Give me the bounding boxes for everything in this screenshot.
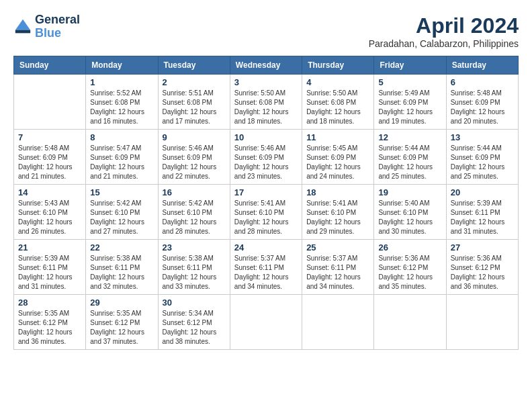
day-header-monday: Monday — [86, 56, 158, 75]
calendar-cell: 11Sunrise: 5:45 AMSunset: 6:09 PMDayligh… — [302, 130, 374, 185]
day-info: Sunrise: 5:44 AMSunset: 6:09 PMDaylight:… — [378, 144, 441, 181]
logo-line1: General — [35, 13, 80, 27]
calendar-cell: 3Sunrise: 5:50 AMSunset: 6:08 PMDaylight… — [230, 75, 302, 130]
calendar-cell: 21Sunrise: 5:39 AMSunset: 6:11 PMDayligh… — [14, 240, 86, 295]
day-header-saturday: Saturday — [446, 56, 518, 75]
calendar-table: SundayMondayTuesdayWednesdayThursdayFrid… — [13, 56, 519, 350]
day-info: Sunrise: 5:41 AMSunset: 6:10 PMDaylight:… — [234, 199, 298, 236]
calendar-cell: 2Sunrise: 5:51 AMSunset: 6:08 PMDaylight… — [158, 75, 230, 130]
day-number: 30 — [163, 298, 226, 308]
day-info: Sunrise: 5:48 AMSunset: 6:09 PMDaylight:… — [451, 89, 514, 126]
svg-rect-1 — [15, 30, 30, 33]
calendar-cell: 18Sunrise: 5:41 AMSunset: 6:10 PMDayligh… — [302, 185, 374, 240]
calendar-week-row: 14Sunrise: 5:43 AMSunset: 6:10 PMDayligh… — [14, 185, 519, 240]
day-info: Sunrise: 5:50 AMSunset: 6:08 PMDaylight:… — [306, 89, 369, 126]
day-info: Sunrise: 5:47 AMSunset: 6:09 PMDaylight:… — [90, 144, 153, 181]
day-number: 5 — [378, 77, 441, 87]
calendar-cell: 5Sunrise: 5:49 AMSunset: 6:09 PMDaylight… — [374, 75, 446, 130]
day-number: 8 — [90, 132, 153, 142]
day-info: Sunrise: 5:39 AMSunset: 6:11 PMDaylight:… — [18, 254, 81, 291]
day-number: 13 — [451, 132, 514, 142]
calendar-cell: 28Sunrise: 5:35 AMSunset: 6:12 PMDayligh… — [14, 295, 86, 350]
day-number: 22 — [90, 242, 153, 253]
page-header: General Blue April 2024 Paradahan, Calab… — [13, 13, 519, 49]
day-info: Sunrise: 5:46 AMSunset: 6:09 PMDaylight:… — [234, 144, 298, 181]
day-number: 24 — [234, 242, 298, 253]
day-info: Sunrise: 5:38 AMSunset: 6:11 PMDaylight:… — [90, 254, 153, 291]
day-info: Sunrise: 5:43 AMSunset: 6:10 PMDaylight:… — [18, 199, 81, 236]
day-number: 16 — [163, 187, 226, 197]
calendar-cell: 29Sunrise: 5:35 AMSunset: 6:12 PMDayligh… — [86, 295, 158, 350]
calendar-cell: 24Sunrise: 5:37 AMSunset: 6:11 PMDayligh… — [230, 240, 302, 295]
day-info: Sunrise: 5:39 AMSunset: 6:11 PMDaylight:… — [451, 199, 514, 236]
calendar-cell: 16Sunrise: 5:42 AMSunset: 6:10 PMDayligh… — [158, 185, 230, 240]
logo-text: General Blue — [35, 13, 80, 40]
calendar-cell: 19Sunrise: 5:40 AMSunset: 6:10 PMDayligh… — [374, 185, 446, 240]
day-number: 18 — [306, 187, 369, 197]
calendar-week-row: 1Sunrise: 5:52 AMSunset: 6:08 PMDaylight… — [14, 75, 519, 130]
day-number: 12 — [378, 132, 441, 142]
day-info: Sunrise: 5:45 AMSunset: 6:09 PMDaylight:… — [306, 144, 369, 181]
calendar-cell: 17Sunrise: 5:41 AMSunset: 6:10 PMDayligh… — [230, 185, 302, 240]
location-subtitle: Paradahan, Calabarzon, Philippines — [369, 38, 519, 49]
day-number: 26 — [378, 242, 441, 253]
calendar-cell — [446, 295, 518, 350]
calendar-cell: 15Sunrise: 5:42 AMSunset: 6:10 PMDayligh… — [86, 185, 158, 240]
day-number: 17 — [234, 187, 298, 197]
day-info: Sunrise: 5:50 AMSunset: 6:08 PMDaylight:… — [234, 89, 298, 126]
calendar-cell: 13Sunrise: 5:44 AMSunset: 6:09 PMDayligh… — [446, 130, 518, 185]
day-number: 4 — [306, 77, 369, 87]
logo: General Blue — [13, 13, 80, 40]
day-number: 23 — [163, 242, 226, 253]
month-title: April 2024 — [369, 13, 519, 38]
calendar-cell: 7Sunrise: 5:48 AMSunset: 6:09 PMDaylight… — [14, 130, 86, 185]
day-info: Sunrise: 5:49 AMSunset: 6:09 PMDaylight:… — [378, 89, 441, 126]
day-number: 2 — [163, 77, 226, 87]
logo-line2: Blue — [35, 26, 61, 40]
day-number: 15 — [90, 187, 153, 197]
day-number: 3 — [234, 77, 298, 87]
calendar-cell: 26Sunrise: 5:36 AMSunset: 6:12 PMDayligh… — [374, 240, 446, 295]
calendar-cell: 27Sunrise: 5:36 AMSunset: 6:12 PMDayligh… — [446, 240, 518, 295]
svg-marker-0 — [15, 19, 30, 30]
day-number: 14 — [18, 187, 81, 197]
title-block: April 2024 Paradahan, Calabarzon, Philip… — [369, 13, 519, 49]
day-number: 6 — [451, 77, 514, 87]
logo-icon — [13, 17, 32, 36]
day-number: 28 — [18, 298, 81, 308]
day-header-wednesday: Wednesday — [230, 56, 302, 75]
day-number: 7 — [18, 132, 81, 142]
day-number: 10 — [234, 132, 298, 142]
calendar-cell — [14, 75, 86, 130]
day-info: Sunrise: 5:37 AMSunset: 6:11 PMDaylight:… — [234, 254, 298, 291]
day-info: Sunrise: 5:51 AMSunset: 6:08 PMDaylight:… — [163, 89, 226, 126]
calendar-week-row: 7Sunrise: 5:48 AMSunset: 6:09 PMDaylight… — [14, 130, 519, 185]
day-number: 25 — [306, 242, 369, 253]
day-info: Sunrise: 5:36 AMSunset: 6:12 PMDaylight:… — [378, 254, 441, 291]
day-info: Sunrise: 5:48 AMSunset: 6:09 PMDaylight:… — [18, 144, 81, 181]
day-header-sunday: Sunday — [14, 56, 86, 75]
calendar-cell: 4Sunrise: 5:50 AMSunset: 6:08 PMDaylight… — [302, 75, 374, 130]
day-number: 1 — [90, 77, 153, 87]
calendar-cell: 1Sunrise: 5:52 AMSunset: 6:08 PMDaylight… — [86, 75, 158, 130]
day-info: Sunrise: 5:35 AMSunset: 6:12 PMDaylight:… — [90, 309, 153, 347]
day-info: Sunrise: 5:42 AMSunset: 6:10 PMDaylight:… — [163, 199, 226, 236]
calendar-cell: 20Sunrise: 5:39 AMSunset: 6:11 PMDayligh… — [446, 185, 518, 240]
day-info: Sunrise: 5:34 AMSunset: 6:12 PMDaylight:… — [163, 309, 226, 347]
day-info: Sunrise: 5:37 AMSunset: 6:11 PMDaylight:… — [306, 254, 369, 291]
calendar-cell: 10Sunrise: 5:46 AMSunset: 6:09 PMDayligh… — [230, 130, 302, 185]
day-header-friday: Friday — [374, 56, 446, 75]
day-number: 29 — [90, 298, 153, 308]
day-info: Sunrise: 5:40 AMSunset: 6:10 PMDaylight:… — [378, 199, 441, 236]
day-header-tuesday: Tuesday — [158, 56, 230, 75]
day-info: Sunrise: 5:44 AMSunset: 6:09 PMDaylight:… — [451, 144, 514, 181]
day-info: Sunrise: 5:52 AMSunset: 6:08 PMDaylight:… — [90, 89, 153, 126]
calendar-week-row: 21Sunrise: 5:39 AMSunset: 6:11 PMDayligh… — [14, 240, 519, 295]
calendar-header-row: SundayMondayTuesdayWednesdayThursdayFrid… — [14, 56, 519, 75]
calendar-cell: 6Sunrise: 5:48 AMSunset: 6:09 PMDaylight… — [446, 75, 518, 130]
calendar-cell — [302, 295, 374, 350]
calendar-cell: 23Sunrise: 5:38 AMSunset: 6:11 PMDayligh… — [158, 240, 230, 295]
day-info: Sunrise: 5:35 AMSunset: 6:12 PMDaylight:… — [18, 309, 81, 347]
calendar-cell: 25Sunrise: 5:37 AMSunset: 6:11 PMDayligh… — [302, 240, 374, 295]
day-info: Sunrise: 5:42 AMSunset: 6:10 PMDaylight:… — [90, 199, 153, 236]
